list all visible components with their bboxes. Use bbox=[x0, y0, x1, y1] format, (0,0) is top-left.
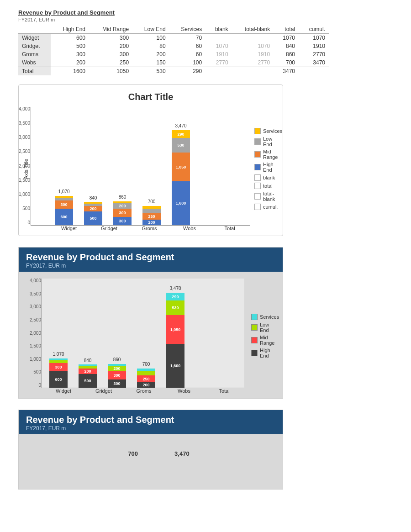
bar-group: 860300300200 bbox=[113, 201, 132, 225]
legend-label: total bbox=[263, 183, 273, 189]
bar-group: 3,4701,6001,050530290 bbox=[166, 293, 184, 388]
table-row-label: Widget bbox=[18, 34, 51, 42]
bar-total-label: 860 bbox=[119, 195, 126, 200]
bar-segment: 530 bbox=[172, 138, 190, 153]
x-label: Widget bbox=[54, 226, 84, 231]
bar-segment bbox=[142, 209, 161, 213]
bar-segment bbox=[142, 206, 161, 209]
bar-segment bbox=[55, 198, 73, 200]
table-row-total-blank bbox=[232, 67, 274, 76]
table-row-cumul bbox=[299, 67, 329, 76]
bar-segment-label: 200 bbox=[113, 366, 120, 371]
x-label: Groms bbox=[135, 226, 164, 231]
bar-segment-label: 250 bbox=[142, 377, 149, 381]
bar-segment bbox=[79, 366, 97, 369]
chart2-body: 05001,0001,5002,0002,5003,0003,5004,0001… bbox=[19, 272, 283, 398]
bar-segment-label: 200 bbox=[119, 204, 126, 208]
legend-label: Mid Range bbox=[263, 149, 282, 160]
legend-color bbox=[251, 324, 258, 331]
legend-item: Low End bbox=[251, 322, 279, 333]
legend-label: Low End bbox=[263, 136, 282, 147]
bar-total-label: 700 bbox=[142, 362, 150, 367]
table-row-mid: 200 bbox=[89, 42, 132, 50]
legend-item: Mid Range bbox=[251, 335, 279, 346]
bar-segment: 1,600 bbox=[172, 181, 190, 225]
col-mid-range: Mid Range bbox=[89, 25, 132, 34]
table-row-blank: 1910 bbox=[206, 50, 232, 58]
y-tick: 1,500 bbox=[23, 344, 41, 348]
table-row-total-blank: 1910 bbox=[232, 50, 274, 58]
chart1-plot: 05001,0001,5002,0002,5003,0003,5004,000 … bbox=[31, 107, 250, 226]
legend-label: total-blank bbox=[263, 191, 282, 202]
bar-segment: 200 bbox=[137, 382, 155, 388]
chart1-inner: 05001,0001,5002,0002,5003,0003,5004,000 … bbox=[31, 107, 250, 231]
legend-item: Mid Range bbox=[254, 149, 282, 160]
legend-color bbox=[254, 204, 261, 210]
bar-segment bbox=[55, 196, 73, 198]
table-row-services: 70 bbox=[169, 34, 206, 42]
chart3-title: Revenue by Product and Segment bbox=[26, 415, 275, 425]
table-row-total: 700 bbox=[274, 58, 299, 67]
table-row-low: 80 bbox=[132, 42, 169, 50]
table-row-high: 300 bbox=[51, 50, 89, 58]
col-total: total bbox=[274, 25, 299, 34]
bar-segment: 290 bbox=[166, 293, 184, 300]
bar-segment bbox=[49, 360, 68, 363]
legend-label: High End bbox=[263, 162, 282, 173]
chart1-yticks: 05001,0001,5002,0002,5003,0003,5004,000 bbox=[14, 107, 30, 225]
table-row-total-blank: 2770 bbox=[232, 58, 274, 67]
legend-color bbox=[254, 164, 261, 170]
bar-group: 1,070600300 bbox=[49, 358, 68, 388]
legend-item: Services bbox=[254, 128, 282, 134]
chart1-x-labels: WidgetGridgetGromsWobsTotal bbox=[31, 226, 250, 231]
bar-segment-label: 300 bbox=[113, 381, 120, 386]
y-tick: 2,500 bbox=[14, 149, 30, 154]
bar-segment: 300 bbox=[108, 379, 126, 388]
legend-item: cumul. bbox=[254, 204, 282, 210]
data-table: High End Mid Range Low End Services blan… bbox=[18, 25, 329, 75]
bar-group: 700200250 bbox=[137, 369, 155, 388]
x-label: Wobs bbox=[175, 226, 204, 231]
bar-segment: 200 bbox=[84, 206, 102, 211]
y-tick: 0 bbox=[23, 383, 41, 388]
bar-segment: 250 bbox=[137, 375, 155, 382]
bar-segment bbox=[113, 201, 132, 203]
chart3-header: Revenue by Product and Segment FY2017, E… bbox=[19, 410, 283, 434]
bar-segment: 1,050 bbox=[172, 153, 190, 181]
chart1-legend: ServicesLow EndMid RangeHigh Endblanktot… bbox=[254, 128, 282, 210]
chart3-subtitle: FY2017, EUR m bbox=[26, 425, 275, 432]
bar-segment-label: 1,600 bbox=[170, 363, 181, 368]
table-row-cumul: 1910 bbox=[299, 42, 329, 50]
bar-segment: 200 bbox=[79, 369, 97, 374]
legend-color bbox=[254, 151, 261, 158]
table-row-mid: 300 bbox=[89, 34, 132, 42]
chart3-container: Revenue by Product and Segment FY2017, E… bbox=[18, 410, 283, 490]
bar-group: 840500200 bbox=[84, 202, 102, 225]
legend-label: Low End bbox=[260, 322, 279, 333]
table-row-high: 500 bbox=[51, 42, 89, 50]
y-tick: 500 bbox=[14, 206, 30, 211]
table-row-high: 600 bbox=[51, 34, 89, 42]
table-row-low: 530 bbox=[132, 67, 169, 76]
legend-color bbox=[251, 314, 258, 320]
bar-segment: 300 bbox=[55, 200, 73, 209]
y-tick: 0 bbox=[14, 221, 30, 225]
y-tick: 3,500 bbox=[14, 121, 30, 126]
table-row-total: 3470 bbox=[274, 67, 299, 76]
bar-segment-label: 200 bbox=[148, 220, 155, 225]
col-label bbox=[18, 25, 51, 34]
bar-total-label: 3,470 bbox=[175, 123, 186, 128]
legend-item: blank bbox=[254, 174, 282, 181]
bar-segment-label: 1,050 bbox=[170, 327, 181, 332]
x-label: Widget bbox=[49, 388, 78, 394]
bar-group: 700200250 bbox=[142, 206, 161, 225]
table-row-blank bbox=[206, 67, 232, 76]
y-tick: 1,000 bbox=[14, 192, 30, 197]
table-row-label: Gridget bbox=[18, 42, 51, 50]
legend-item: total-blank bbox=[254, 191, 282, 202]
table-row-low: 200 bbox=[132, 50, 169, 58]
chart2-subtitle: FY2017, EUR m bbox=[26, 263, 275, 269]
bar-segment-label: 500 bbox=[90, 216, 96, 221]
bar-segment-label: 530 bbox=[172, 306, 179, 310]
bar-segment: 1,600 bbox=[166, 344, 184, 388]
